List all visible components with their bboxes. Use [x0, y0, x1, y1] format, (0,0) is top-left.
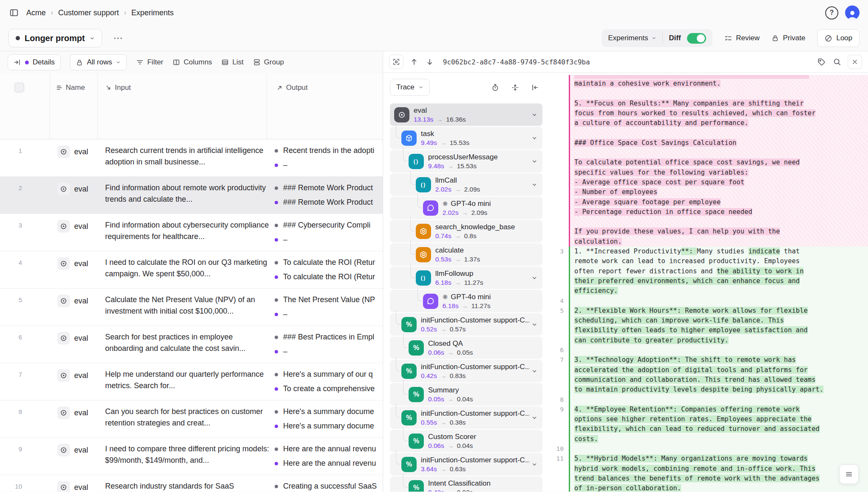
trace-span-row[interactable]: %Summary0.05s→0.04s [390, 383, 542, 406]
trace-span-row[interactable]: %initFunction-Customer support-C...0.42s… [390, 360, 542, 382]
chevron-down-icon[interactable] [531, 182, 537, 188]
span-total: 2.09s [471, 209, 487, 217]
collapse-panel-button[interactable] [530, 83, 540, 92]
trace-span-row[interactable]: %initFunction-Customer support-C...0.55s… [390, 406, 542, 429]
fn-span-icon: () [416, 270, 431, 286]
table-row[interactable]: 1evalResearch current trends in artifici… [0, 139, 383, 177]
private-button[interactable]: Private [771, 34, 805, 42]
chevron-down-icon[interactable] [531, 158, 537, 164]
avatar[interactable] [845, 6, 860, 20]
trace-span-row[interactable]: ❋GPT-4o mini2.02s→2.09s [390, 197, 542, 219]
breadcrumb-separator: › [124, 9, 126, 17]
outline-button[interactable] [839, 464, 859, 484]
review-button[interactable]: Review [724, 34, 760, 42]
breadcrumb-project[interactable]: Customer support [58, 8, 119, 17]
cell-name: eval [57, 369, 88, 382]
chevron-down-icon[interactable] [531, 415, 537, 421]
diff-line-number [548, 424, 569, 434]
span-timing: 0.53s→1.37s [435, 256, 530, 263]
table-row[interactable]: 7evalHelp me understand our quarterly pe… [0, 363, 383, 400]
timing-button[interactable] [490, 83, 500, 92]
chevron-down-icon[interactable] [531, 368, 537, 374]
trace-span-row[interactable]: %initFunction-Customer support-C...0.52s… [390, 313, 542, 336]
trace-span-row[interactable]: %Intent Classification0.43s→0.03s [390, 476, 542, 492]
table-row[interactable]: 8evalCan you search for best practices o… [0, 400, 383, 438]
view-mode-dropdown[interactable]: Experiments [608, 34, 657, 42]
experiment-selector[interactable]: Longer prompt [8, 29, 102, 47]
search-button[interactable] [832, 57, 842, 67]
arrow-right-icon: → [440, 419, 446, 426]
diff-line-number [548, 484, 569, 492]
column-header-input[interactable]: Input [105, 83, 131, 92]
arrow-down-icon [426, 58, 434, 66]
diff-toggle[interactable] [687, 33, 706, 44]
previous-row-button[interactable] [409, 57, 419, 67]
output-line-1: The Net Present Value (NP [275, 295, 383, 304]
table-row[interactable]: 5evalCalculate the Net Present Value (NP… [0, 289, 383, 326]
trace-span-row[interactable]: ()llmFollowup6.18s→11.27s [390, 267, 542, 289]
sidebar-toggle-icon[interactable] [8, 7, 19, 18]
diff-line-number [548, 79, 569, 89]
loop-button[interactable]: Loop [817, 29, 860, 47]
cell-name: eval [57, 295, 88, 307]
table-row[interactable]: 10evalResearch industry standards for Sa… [0, 475, 383, 492]
score-span-icon: % [401, 410, 417, 425]
chevron-down-icon[interactable] [531, 275, 537, 281]
span-duration: 0.52s [421, 325, 437, 333]
expand-trace-button[interactable] [389, 55, 403, 69]
column-header-name[interactable]: Name [56, 83, 85, 92]
trace-view-dropdown[interactable]: Trace [390, 79, 430, 96]
table-row[interactable]: 2evalFind information about remote work … [0, 177, 383, 214]
cell-input: Find information about cybersecurity com… [105, 220, 273, 242]
help-icon[interactable]: ? [825, 6, 838, 19]
eval-icon [57, 257, 70, 270]
details-button[interactable]: Details [8, 54, 61, 70]
more-actions-button[interactable]: ⋯ [110, 31, 126, 45]
diff-line-added: often report fewer distractions and the … [548, 267, 868, 276]
trace-span-row[interactable]: %initFunction-Customer support-C...3.64s… [390, 453, 542, 475]
tag-button[interactable] [816, 57, 826, 67]
collapse-rows-button[interactable] [510, 83, 520, 92]
trace-span-row[interactable]: calculate0.53s→1.37s [390, 243, 542, 266]
output-dot-icon [275, 410, 278, 414]
close-panel-button[interactable] [848, 55, 862, 69]
diff-line-number [548, 286, 569, 296]
next-row-button[interactable] [425, 57, 435, 67]
score-span-icon: % [409, 387, 424, 402]
trace-span-row[interactable]: eval13.13s→16.36s [390, 103, 542, 126]
rows-filter-dropdown[interactable]: All rows [70, 54, 127, 70]
diff-line-number [548, 128, 569, 138]
filter-button[interactable]: Filter [136, 58, 163, 67]
select-all-checkbox[interactable] [14, 83, 24, 92]
trace-span-row[interactable]: ()processUserMessage9.48s→15.53s [390, 150, 542, 172]
row-index: 9 [0, 445, 22, 453]
breadcrumb-org[interactable]: Acme [26, 8, 46, 17]
list-button[interactable]: List [221, 58, 243, 67]
trace-span-row[interactable]: %Closed QA0.06s→0.05s [390, 336, 542, 359]
column-header-output[interactable]: Output [276, 83, 308, 92]
arrow-up-right-icon [276, 84, 283, 91]
span-total: 0.63s [450, 465, 466, 473]
chevron-down-icon[interactable] [531, 112, 537, 118]
chevron-down-icon[interactable] [531, 461, 537, 467]
group-button[interactable]: Group [253, 58, 284, 67]
columns-button[interactable]: Columns [172, 58, 212, 67]
trace-span-row[interactable]: ()llmCall2.02s→2.09s [390, 173, 542, 196]
span-total: 1.37s [464, 256, 480, 263]
arrow-up-icon [410, 58, 418, 66]
trace-span-row[interactable]: ❋GPT-4o mini6.18s→11.27s [390, 290, 542, 312]
table-row[interactable]: 6evalSearch for best practices in employ… [0, 326, 383, 363]
chevron-down-icon[interactable] [531, 322, 537, 328]
diff-line-number [548, 187, 569, 197]
trace-span-row[interactable]: search_knowledge_base0.74s→0.8s [390, 220, 542, 242]
breadcrumb-section[interactable]: Experiments [131, 8, 174, 17]
span-duration: 0.53s [435, 256, 451, 263]
eval-icon [57, 295, 70, 307]
table-row[interactable]: 3evalFind information about cybersecurit… [0, 214, 383, 251]
table-row[interactable]: 9evalI need to compare three different p… [0, 438, 383, 475]
trace-span-row[interactable]: %Custom Scorer0.06s→0.04s [390, 430, 542, 452]
table-row[interactable]: 4evalI need to calculate the ROI on our … [0, 251, 383, 289]
trace-span-row[interactable]: task9.49s→15.53s [390, 127, 542, 149]
chevron-down-icon[interactable] [531, 135, 537, 141]
diff-line-number [548, 385, 569, 395]
